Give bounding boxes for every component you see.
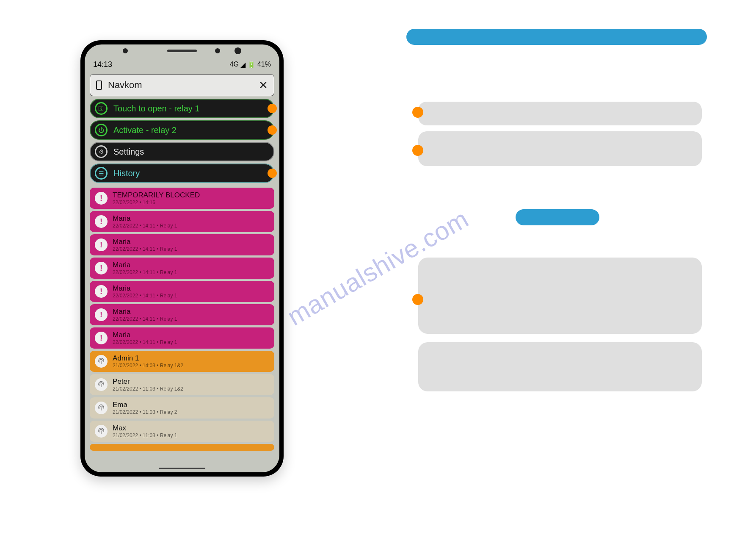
history-item[interactable]: !Maria22/02/2022 • 14:11 • Relay 1 — [90, 281, 274, 302]
close-icon[interactable]: ✕ — [259, 79, 268, 92]
power-icon: ⏻ — [95, 124, 108, 136]
history-item-name: Maria — [113, 308, 177, 316]
history-item-name: Maria — [113, 261, 177, 269]
callout-header-bar — [406, 29, 707, 45]
callout-dot-3 — [412, 294, 423, 305]
phone-screen: 14:13 4G ◢ 🔋 41% Navkom ✕ ⚿ Touch to ope… — [85, 44, 279, 472]
menu-relay1[interactable]: ⚿ Touch to open - relay 1 — [90, 99, 274, 118]
menu-relay2[interactable]: ⏻ Activate - relay 2 — [90, 120, 274, 140]
history-item-name: Peter — [113, 377, 183, 386]
history-item-name: Maria — [113, 331, 177, 339]
history-item-meta: 22/02/2022 • 14:11 • Relay 1 — [113, 246, 177, 252]
fingerprint-icon — [95, 425, 108, 438]
device-title: Navkom — [108, 80, 253, 91]
phone-frame: 14:13 4G ◢ 🔋 41% Navkom ✕ ⚿ Touch to ope… — [80, 40, 284, 477]
history-item[interactable]: !Maria22/02/2022 • 14:11 • Relay 1 — [90, 211, 274, 232]
callout-block-1 — [418, 258, 702, 334]
history-item[interactable]: Peter21/02/2022 • 11:03 • Relay 1&2 — [90, 374, 274, 395]
history-item[interactable]: Max21/02/2022 • 11:03 • Relay 1 — [90, 421, 274, 442]
alert-icon: ! — [95, 285, 108, 298]
history-item-meta: 22/02/2022 • 14:11 • Relay 1 — [113, 339, 177, 345]
list-icon: ☰ — [95, 167, 108, 180]
history-item-name: Maria — [113, 214, 177, 223]
device-icon — [96, 80, 102, 90]
history-item-meta: 22/02/2022 • 14:11 • Relay 1 — [113, 223, 177, 229]
alert-icon: ! — [95, 215, 108, 228]
callout-block-2 — [418, 342, 702, 391]
menu-settings[interactable]: ⚙ Settings — [90, 142, 274, 161]
history-item-meta: 21/02/2022 • 11:03 • Relay 2 — [113, 409, 177, 415]
marker-dot — [268, 104, 277, 113]
signal-icon: ◢ — [240, 61, 246, 69]
history-list[interactable]: !TEMPORARILY BLOCKED22/02/2022 • 14:16!M… — [85, 185, 279, 451]
callout-bar-1 — [418, 102, 702, 125]
key-icon: ⚿ — [95, 102, 108, 115]
alert-icon: ! — [95, 308, 108, 321]
history-item[interactable]: !Maria22/02/2022 • 14:11 • Relay 1 — [90, 234, 274, 255]
device-header[interactable]: Navkom ✕ — [90, 74, 274, 96]
gear-icon: ⚙ — [95, 145, 108, 158]
history-item-name: TEMPORARILY BLOCKED — [113, 191, 200, 200]
history-item[interactable]: !Maria22/02/2022 • 14:11 • Relay 1 — [90, 258, 274, 279]
history-item-meta: 22/02/2022 • 14:11 • Relay 1 — [113, 316, 177, 322]
history-item[interactable]: !TEMPORARILY BLOCKED22/02/2022 • 14:16 — [90, 188, 274, 209]
fingerprint-icon — [95, 355, 108, 368]
marker-dot — [268, 169, 277, 178]
history-item-name: Maria — [113, 238, 177, 246]
history-item[interactable]: !Maria22/02/2022 • 14:11 • Relay 1 — [90, 304, 274, 325]
menu-relay1-label: Touch to open - relay 1 — [113, 104, 199, 114]
history-item-meta: 21/02/2022 • 11:03 • Relay 1 — [113, 432, 177, 438]
alert-icon: ! — [95, 192, 108, 205]
history-item-meta: 22/02/2022 • 14:11 • Relay 1 — [113, 293, 177, 299]
history-item-meta: 22/02/2022 • 14:11 • Relay 1 — [113, 269, 177, 275]
history-item-name: Admin 1 — [113, 354, 183, 363]
notch — [85, 44, 279, 57]
battery-percent: 41% — [257, 61, 271, 68]
menu-settings-label: Settings — [113, 147, 144, 157]
alert-icon: ! — [95, 238, 108, 251]
history-item-meta: 21/02/2022 • 11:03 • Relay 1&2 — [113, 386, 183, 392]
battery-icon: 🔋 — [247, 61, 256, 69]
menu-history-label: History — [113, 169, 140, 178]
history-item[interactable]: Ema21/02/2022 • 11:03 • Relay 2 — [90, 397, 274, 419]
callout-dot-1 — [412, 107, 423, 118]
menu-relay2-label: Activate - relay 2 — [113, 125, 177, 135]
network-label: 4G — [230, 61, 239, 68]
history-item[interactable]: !Maria22/02/2022 • 14:11 • Relay 1 — [90, 327, 274, 349]
history-item-partial — [90, 444, 274, 451]
home-indicator[interactable] — [159, 468, 205, 469]
callout-dot-2 — [412, 145, 423, 156]
status-time: 14:13 — [93, 60, 112, 69]
callout-mid-bar — [516, 209, 599, 225]
callout-bar-2 — [418, 131, 702, 166]
fingerprint-icon — [95, 378, 108, 391]
history-item-name: Maria — [113, 284, 177, 293]
alert-icon: ! — [95, 332, 108, 344]
history-item-meta: 22/02/2022 • 14:16 — [113, 200, 200, 205]
history-item-name: Max — [113, 424, 177, 432]
history-item[interactable]: Admin 121/02/2022 • 14:03 • Relay 1&2 — [90, 351, 274, 372]
alert-icon: ! — [95, 262, 108, 274]
history-item-meta: 21/02/2022 • 14:03 • Relay 1&2 — [113, 363, 183, 369]
fingerprint-icon — [95, 402, 108, 414]
menu-history[interactable]: ☰ History — [90, 164, 274, 183]
history-item-name: Ema — [113, 401, 177, 409]
status-bar: 14:13 4G ◢ 🔋 41% — [85, 57, 279, 72]
marker-dot — [268, 125, 277, 135]
